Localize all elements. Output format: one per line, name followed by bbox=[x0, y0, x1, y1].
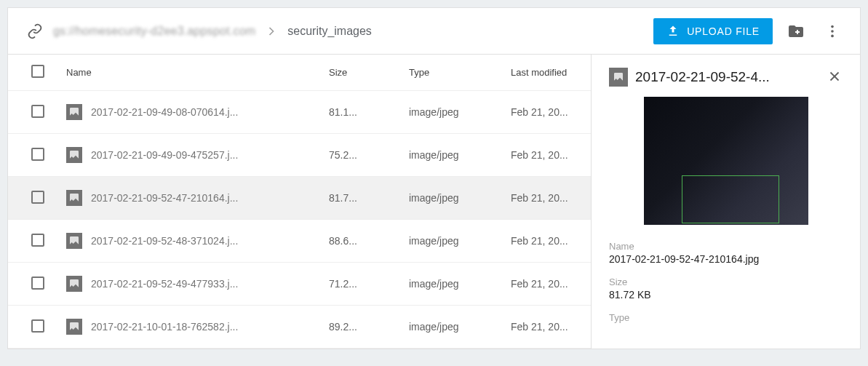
row-checkbox[interactable] bbox=[31, 148, 44, 161]
upload-icon bbox=[666, 25, 680, 38]
svg-point-8 bbox=[71, 324, 73, 326]
upload-file-button[interactable]: UPLOAD FILE bbox=[653, 18, 773, 44]
image-icon bbox=[66, 104, 82, 120]
file-type: image/jpeg bbox=[402, 220, 503, 263]
table-row[interactable]: 2017-02-21-09-52-49-477933.j...71.2...im… bbox=[8, 263, 591, 306]
more-menu-button[interactable] bbox=[819, 18, 845, 44]
svg-point-7 bbox=[71, 281, 73, 283]
row-checkbox[interactable] bbox=[31, 105, 44, 118]
file-size: 81.7... bbox=[322, 177, 402, 220]
new-folder-button[interactable] bbox=[783, 18, 809, 44]
file-modified: Feb 21, 20... bbox=[503, 220, 591, 263]
column-header-size[interactable]: Size bbox=[322, 55, 402, 91]
upload-file-label: UPLOAD FILE bbox=[687, 25, 760, 37]
detail-type-label: Type bbox=[609, 312, 843, 323]
file-detail-pane: 2017-02-21-09-52-4... Name 2017-02-21-09… bbox=[591, 55, 860, 349]
file-size: 81.1... bbox=[322, 91, 402, 134]
row-checkbox[interactable] bbox=[31, 319, 44, 333]
file-name: 2017-02-21-09-52-47-210164.j... bbox=[91, 192, 238, 204]
svg-point-9 bbox=[616, 74, 618, 76]
image-icon bbox=[66, 190, 82, 206]
file-table: Name Size Type Last modified 2017-02-21-… bbox=[8, 55, 591, 349]
breadcrumb-folder[interactable]: security_images bbox=[287, 25, 372, 38]
file-modified: Feb 21, 20... bbox=[503, 306, 591, 349]
file-size: 75.2... bbox=[322, 134, 402, 177]
image-icon bbox=[609, 68, 628, 87]
table-row[interactable]: 2017-02-21-09-49-09-475257.j...75.2...im… bbox=[8, 134, 591, 177]
svg-point-0 bbox=[831, 25, 834, 28]
file-name: 2017-02-21-10-01-18-762582.j... bbox=[91, 321, 238, 333]
row-checkbox[interactable] bbox=[31, 191, 44, 204]
detail-size-label: Size bbox=[609, 277, 843, 287]
image-icon bbox=[66, 276, 82, 292]
file-type: image/jpeg bbox=[402, 263, 503, 306]
select-all-checkbox[interactable] bbox=[31, 65, 44, 78]
file-name: 2017-02-21-09-49-09-475257.j... bbox=[91, 149, 238, 161]
svg-point-3 bbox=[71, 109, 73, 111]
detail-title: 2017-02-21-09-52-4... bbox=[635, 69, 819, 85]
file-type: image/jpeg bbox=[402, 91, 503, 134]
column-header-modified[interactable]: Last modified bbox=[503, 55, 591, 91]
file-modified: Feb 21, 20... bbox=[503, 91, 591, 134]
file-modified: Feb 21, 20... bbox=[503, 263, 591, 306]
file-list-pane: Name Size Type Last modified 2017-02-21-… bbox=[8, 55, 591, 349]
file-size: 88.6... bbox=[322, 220, 402, 263]
column-header-type[interactable]: Type bbox=[402, 55, 503, 91]
file-name: 2017-02-21-09-52-49-477933.j... bbox=[91, 278, 238, 290]
breadcrumb-bucket[interactable]: gs://homesecurity-d2ee3.appspot.com bbox=[53, 25, 255, 38]
table-row[interactable]: 2017-02-21-09-52-48-371024.j...88.6...im… bbox=[8, 220, 591, 263]
column-header-name[interactable]: Name bbox=[59, 55, 322, 91]
file-name: 2017-02-21-09-52-48-371024.j... bbox=[91, 235, 238, 247]
svg-point-6 bbox=[71, 238, 73, 240]
table-row[interactable]: 2017-02-21-09-49-08-070614.j...81.1...im… bbox=[8, 91, 591, 134]
toolbar: gs://homesecurity-d2ee3.appspot.com secu… bbox=[8, 8, 860, 55]
row-checkbox[interactable] bbox=[31, 277, 44, 290]
detail-name-label: Name bbox=[609, 241, 843, 252]
chevron-right-icon bbox=[264, 24, 279, 39]
close-detail-button[interactable] bbox=[827, 68, 843, 87]
table-row[interactable]: 2017-02-21-10-01-18-762582.j...89.2...im… bbox=[8, 306, 591, 349]
image-preview[interactable] bbox=[644, 97, 808, 225]
row-checkbox[interactable] bbox=[31, 234, 44, 247]
file-size: 89.2... bbox=[322, 306, 402, 349]
detection-box bbox=[682, 175, 779, 223]
svg-point-2 bbox=[831, 34, 834, 37]
svg-point-1 bbox=[831, 30, 834, 33]
image-icon bbox=[66, 319, 82, 335]
file-modified: Feb 21, 20... bbox=[503, 177, 591, 220]
image-icon bbox=[66, 233, 82, 249]
file-type: image/jpeg bbox=[402, 177, 503, 220]
detail-name-value: 2017-02-21-09-52-47-210164.jpg bbox=[609, 253, 843, 265]
file-type: image/jpeg bbox=[402, 134, 503, 177]
svg-point-5 bbox=[71, 195, 73, 197]
link-icon[interactable] bbox=[27, 23, 43, 39]
file-type: image/jpeg bbox=[402, 306, 503, 349]
table-row[interactable]: 2017-02-21-09-52-47-210164.j...81.7...im… bbox=[8, 177, 591, 220]
file-size: 71.2... bbox=[322, 263, 402, 306]
breadcrumb: gs://homesecurity-d2ee3.appspot.com secu… bbox=[53, 24, 372, 39]
file-modified: Feb 21, 20... bbox=[503, 134, 591, 177]
image-icon bbox=[66, 147, 82, 163]
svg-point-4 bbox=[71, 152, 73, 154]
detail-size-value: 81.72 KB bbox=[609, 289, 843, 301]
file-name: 2017-02-21-09-49-08-070614.j... bbox=[91, 106, 238, 118]
